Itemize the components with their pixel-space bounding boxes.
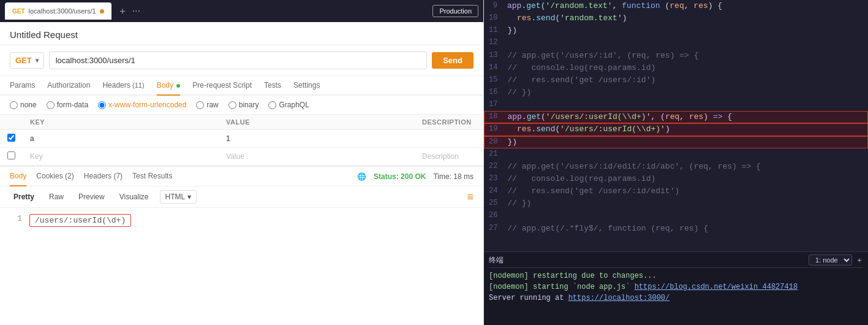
response-tab-body[interactable]: Body — [10, 167, 26, 186]
response-toolbar: Pretty Raw Preview Visualize HTML ▾ ≡ — [0, 186, 483, 208]
terminal-line-2: [nodemon] starting `node app.js` https:/… — [489, 281, 863, 292]
chevron-down-icon: ▾ — [187, 193, 191, 201]
tab-body[interactable]: Body — [157, 76, 181, 96]
terminal-line-3: Server running at https://localhost:3000… — [489, 292, 863, 304]
col-value: VALUE — [219, 115, 415, 130]
status-time: Time: 18 ms — [433, 172, 474, 181]
radio-raw[interactable]: raw — [196, 101, 218, 109]
tab-tests[interactable]: Tests — [264, 76, 281, 96]
view-raw[interactable]: Raw — [45, 191, 67, 203]
tab-pre-request[interactable]: Pre-request Script — [192, 76, 252, 96]
format-select[interactable]: HTML ▾ — [160, 190, 197, 204]
terminal-node-select[interactable]: 1: node — [809, 254, 852, 266]
radio-binary[interactable]: binary — [228, 101, 259, 109]
tab-actions: ＋ ··· — [118, 5, 140, 18]
request-title: Untitled Request — [10, 29, 474, 40]
tab-authorization[interactable]: Authorization — [47, 76, 90, 96]
key-cell[interactable]: a — [23, 130, 219, 148]
terminal-link[interactable]: https://blog.csdn.net/weixin_44827418 — [635, 283, 798, 291]
url-input[interactable] — [49, 52, 427, 69]
col-key: KEY — [23, 115, 219, 130]
wrap-icon[interactable]: ≡ — [467, 191, 474, 204]
response-line: 1 /users/:userId(\d+) — [10, 214, 474, 227]
code-line-12: 12 — [484, 37, 868, 49]
code-line-17: 17 — [484, 99, 868, 111]
tab-headers[interactable]: Headers (11) — [102, 76, 144, 96]
description-placeholder: Description — [415, 148, 483, 166]
row-checkbox-placeholder[interactable] — [7, 151, 15, 159]
terminal-server-link[interactable]: https://localhost:3000/ — [568, 294, 670, 302]
url-bar: GET ▾ Send — [0, 45, 483, 76]
tab-params[interactable]: Params — [10, 76, 35, 96]
value-placeholder[interactable]: Value — [219, 148, 415, 166]
terminal-controls: 1: node ＋ — [809, 254, 863, 266]
kv-table: KEY VALUE DESCRIPTION a 1 Key Value Desc… — [0, 115, 483, 166]
code-editor: 9 app.get('/random.text', function (req,… — [484, 0, 868, 251]
terminal-title: 终端 — [489, 255, 504, 266]
postman-panel: GET localhost:3000/users/1 ＋ ··· Product… — [0, 0, 484, 325]
code-line-24: 24 // res.send('get /users/:id/edit') — [484, 185, 868, 197]
send-button[interactable]: Send — [432, 52, 474, 69]
more-options-icon[interactable]: ··· — [132, 6, 140, 17]
code-line-16: 16 // }) — [484, 86, 868, 99]
tab-settings[interactable]: Settings — [293, 76, 320, 96]
code-line-21: 21 — [484, 148, 868, 161]
value-cell[interactable]: 1 — [219, 130, 415, 148]
tab-url: localhost:3000/users/1 — [29, 7, 96, 15]
status-ok: Status: 200 OK — [374, 172, 426, 181]
terminal-line-1: [nodemon] restarting due to changes... — [489, 270, 863, 281]
response-tab-headers[interactable]: Headers (7) — [84, 167, 123, 186]
radio-graphql[interactable]: GraphQL — [268, 101, 309, 109]
production-button[interactable]: Production — [432, 5, 478, 17]
view-pretty[interactable]: Pretty — [10, 191, 38, 203]
radio-urlencoded[interactable]: x-www-form-urlencoded — [98, 101, 186, 109]
response-area: Body Cookies (2) Headers (7) Test Result… — [0, 166, 483, 325]
row-checkbox[interactable] — [7, 134, 15, 142]
code-line-19: 19 res.send('/users/:userId(\\d+)') — [484, 123, 868, 136]
view-preview[interactable]: Preview — [75, 191, 108, 203]
table-row-placeholder: Key Value Description — [0, 148, 483, 166]
response-code: /users/:userId(\d+) — [29, 214, 131, 227]
terminal: 终端 1: node ＋ [nodemon] restarting due to… — [484, 251, 868, 325]
tab-bar: GET localhost:3000/users/1 ＋ ··· Product… — [0, 0, 483, 22]
code-line-9: 9 app.get('/random.text', function (req,… — [484, 0, 868, 12]
format-label: HTML — [165, 193, 186, 201]
radio-form-data[interactable]: form-data — [47, 101, 88, 109]
status-info: 🌐 Status: 200 OK Time: 18 ms — [357, 172, 474, 181]
request-tab[interactable]: GET localhost:3000/users/1 — [5, 2, 111, 20]
code-line-26: 26 — [484, 210, 868, 222]
globe-icon: 🌐 — [357, 172, 366, 181]
view-visualize[interactable]: Visualize — [116, 191, 153, 203]
request-title-area: Untitled Request — [0, 22, 483, 45]
terminal-body: [nodemon] restarting due to changes... [… — [489, 270, 863, 304]
unsaved-dot — [100, 9, 104, 13]
col-description: DESCRIPTION — [415, 115, 483, 130]
code-line-20: 20 }) — [484, 136, 868, 148]
method-badge: GET — [12, 8, 25, 15]
key-placeholder[interactable]: Key — [23, 148, 219, 166]
code-line-13: 13 // app.get('/users/:id', (req, res) =… — [484, 50, 868, 62]
response-tab-cookies[interactable]: Cookies (2) — [36, 167, 74, 186]
method-select[interactable]: GET ▾ — [10, 52, 44, 69]
code-line-22: 22 // app.get('/users/:id/edit/:id/abc',… — [484, 161, 868, 173]
body-options: none form-data x-www-form-urlencoded raw… — [0, 96, 483, 115]
chevron-down-icon: ▾ — [36, 57, 39, 64]
code-line-15: 15 // res.send('get /users/:id') — [484, 74, 868, 86]
response-line-number: 1 — [10, 214, 22, 227]
code-line-23: 23 // console.log(req.params.id) — [484, 173, 868, 185]
response-body: 1 /users/:userId(\d+) — [0, 208, 483, 325]
radio-none[interactable]: none — [10, 101, 37, 109]
code-line-18: 18 app.get('/users/:userId(\\d+)', (req,… — [484, 111, 868, 123]
code-line-10: 10 res.send('random.text') — [484, 12, 868, 25]
code-lines: 9 app.get('/random.text', function (req,… — [484, 0, 868, 235]
code-line-25: 25 // }) — [484, 197, 868, 210]
code-line-27: 27 // app.get(/.*fly$/, function (req, r… — [484, 223, 868, 235]
terminal-header: 终端 1: node ＋ — [489, 254, 863, 268]
terminal-plus-icon[interactable]: ＋ — [856, 255, 863, 266]
add-tab-icon[interactable]: ＋ — [118, 5, 127, 18]
table-row: a 1 — [0, 130, 483, 148]
description-cell — [415, 130, 483, 148]
request-tabs: Params Authorization Headers (11) Body P… — [0, 76, 483, 96]
code-line-11: 11 }) — [484, 25, 868, 37]
response-tab-test-results[interactable]: Test Results — [132, 167, 172, 186]
